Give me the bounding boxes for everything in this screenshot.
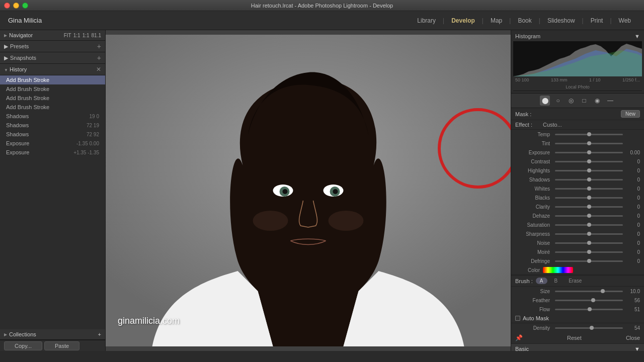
slider-handle[interactable] <box>587 187 591 191</box>
presets-add-button[interactable]: + <box>97 43 101 50</box>
nav-print[interactable]: Print <box>586 15 608 26</box>
slider-handle[interactable] <box>587 177 591 182</box>
slider-track[interactable] <box>555 206 623 208</box>
zoom-custom-button[interactable]: 81.1 <box>92 33 101 38</box>
slider-track[interactable] <box>555 215 623 217</box>
maximize-window-button[interactable] <box>22 3 28 9</box>
slider-handle[interactable] <box>587 150 591 154</box>
nav-book[interactable]: Book <box>513 15 536 26</box>
window-controls[interactable] <box>4 3 28 9</box>
minimize-window-button[interactable] <box>13 3 19 9</box>
slider-track[interactable] <box>555 179 623 180</box>
fit-zoom-button[interactable]: FIT <box>64 33 71 38</box>
minus-tool-icon[interactable]: — <box>605 96 615 106</box>
nav-web[interactable]: Web <box>614 15 636 26</box>
flow-handle[interactable] <box>588 307 592 311</box>
slider-handle[interactable] <box>587 141 591 145</box>
slider-track[interactable] <box>555 188 623 190</box>
slider-handle[interactable] <box>587 232 591 236</box>
slider-track[interactable] <box>555 242 623 244</box>
mask-new-button[interactable]: New <box>621 110 640 118</box>
slider-track[interactable] <box>555 152 623 153</box>
effect-row: Effect : Custo... <box>511 120 644 130</box>
gradient-tool-icon[interactable]: ◎ <box>566 96 576 106</box>
size-handle[interactable] <box>601 289 605 293</box>
close-window-button[interactable] <box>4 3 10 9</box>
svg-point-8 <box>283 189 288 194</box>
density-slider[interactable] <box>555 327 623 329</box>
slider-track[interactable] <box>555 260 623 262</box>
auto-mask-checkbox[interactable] <box>515 316 520 321</box>
collections-section[interactable]: ▶ Collections + <box>0 329 105 340</box>
slider-track[interactable] <box>555 134 623 135</box>
history-item[interactable]: Add Brush Stroke <box>0 103 105 112</box>
photo-viewer[interactable]: ginamilicia.com <box>106 30 511 351</box>
flow-slider[interactable] <box>555 309 623 310</box>
history-item[interactable]: Shadows72 92 <box>0 130 105 139</box>
density-handle[interactable] <box>590 326 594 330</box>
range-tool-icon[interactable]: □ <box>579 96 589 106</box>
density-value: 54 <box>625 325 640 331</box>
history-item[interactable]: Add Brush Stroke <box>0 75 105 84</box>
slider-track[interactable] <box>555 197 623 199</box>
histogram-header[interactable]: Histogram ▼ <box>513 32 642 41</box>
histogram-label: Histogram <box>515 33 540 39</box>
paste-button[interactable]: Paste <box>44 341 79 350</box>
snapshots-add-button[interactable]: + <box>97 54 101 61</box>
snapshots-section: ▶ Snapshots + <box>0 52 105 64</box>
history-item[interactable]: Exposure-1.35 0.00 <box>0 139 105 148</box>
history-item[interactable]: Add Brush Stroke <box>0 84 105 94</box>
zoom-fill-button[interactable]: 1:1 <box>73 33 80 38</box>
slider-track[interactable] <box>555 161 623 162</box>
slider-handle[interactable] <box>587 168 591 172</box>
slider-track[interactable] <box>555 233 623 235</box>
color-swatch[interactable] <box>543 267 573 273</box>
slider-handle[interactable] <box>587 132 591 136</box>
reset-button[interactable]: Reset <box>567 335 582 341</box>
size-slider[interactable] <box>555 291 623 292</box>
collections-add-button[interactable]: + <box>98 331 101 337</box>
copy-button[interactable]: Copy... <box>4 341 42 350</box>
slider-value: 0 <box>625 159 640 164</box>
basic-section-header[interactable]: Basic ▼ <box>511 344 644 351</box>
slider-label: Shadows <box>515 177 553 183</box>
history-close-icon[interactable]: ✕ <box>96 66 101 73</box>
nav-library[interactable]: Library <box>412 15 441 26</box>
zoom-ratio-button[interactable]: 1:1 <box>83 33 90 38</box>
slider-track[interactable] <box>555 143 623 144</box>
slider-track[interactable] <box>555 224 623 226</box>
slider-handle[interactable] <box>587 241 591 245</box>
feather-slider[interactable] <box>555 300 623 301</box>
brush-erase-button[interactable]: Erase <box>565 278 586 284</box>
history-header[interactable]: ▼ History ✕ <box>0 64 105 75</box>
slider-handle[interactable] <box>587 223 591 227</box>
brush-b-button[interactable]: B <box>550 278 562 284</box>
slider-handle[interactable] <box>587 214 591 218</box>
feather-handle[interactable] <box>591 298 595 302</box>
color-range-icon[interactable]: ◉ <box>592 96 602 106</box>
close-button[interactable]: Close <box>626 335 640 341</box>
slider-handle[interactable] <box>587 250 591 254</box>
sliders-section: TempTintExposure0.00Contrast0Highlights0… <box>511 130 644 265</box>
nav-map[interactable]: Map <box>486 15 507 26</box>
nav-develop[interactable]: Develop <box>446 15 480 26</box>
radial-tool-icon[interactable]: ○ <box>553 96 563 106</box>
slider-handle[interactable] <box>587 205 591 209</box>
history-item[interactable]: Shadows72 19 <box>0 121 105 130</box>
snapshots-header[interactable]: ▶ Snapshots + <box>0 52 105 63</box>
slider-handle[interactable] <box>587 196 591 200</box>
brush-a-button[interactable]: A <box>536 278 547 284</box>
slider-handle[interactable] <box>587 259 591 263</box>
slider-track[interactable] <box>555 170 623 171</box>
history-item[interactable]: Exposure+1.35 -1.35 <box>0 148 105 157</box>
slider-handle[interactable] <box>587 159 591 163</box>
history-item[interactable]: Add Brush Stroke <box>0 94 105 103</box>
nav-slideshow[interactable]: Slideshow <box>542 15 580 26</box>
snapshots-triangle: ▶ <box>4 55 8 61</box>
history-item[interactable]: Shadows19 0 <box>0 112 105 121</box>
presets-header[interactable]: ▶ Presets + <box>0 41 105 52</box>
mask-row: Mask : New <box>511 108 644 120</box>
brush-tool-icon[interactable]: ⬤ <box>540 96 550 106</box>
presets-section: ▶ Presets + <box>0 41 105 52</box>
slider-track[interactable] <box>555 251 623 253</box>
